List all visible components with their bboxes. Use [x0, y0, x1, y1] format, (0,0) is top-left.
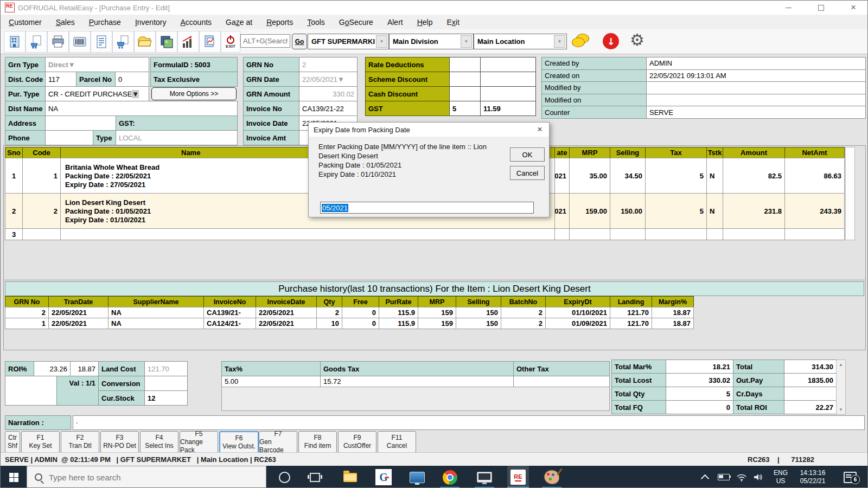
taskbar-search[interactable] — [27, 466, 266, 488]
grid-cell-mrp[interactable] — [569, 228, 610, 240]
history-cell[interactable]: 18.87 — [652, 318, 694, 329]
history-cell[interactable]: CA124/21- — [203, 318, 256, 329]
fkey-f3[interactable]: F3RN-PO Det — [100, 431, 139, 453]
history-cell[interactable]: 0 — [342, 307, 379, 318]
deduction-pct-value[interactable] — [449, 57, 481, 72]
history-cell[interactable]: 22/05/2021 — [256, 318, 317, 329]
grid-cell-tax[interactable]: 5 — [645, 193, 707, 229]
deduction-amt-value[interactable]: 11.59 — [480, 101, 536, 116]
fkey-f9[interactable]: F9CustOffer — [338, 431, 376, 453]
scroll-up-icon[interactable]: ▲ — [837, 362, 845, 367]
history-cell[interactable]: 22/05/2021 — [48, 318, 108, 329]
sales-cart-icon[interactable] — [112, 31, 134, 53]
gear-icon[interactable]: ⚙ — [630, 30, 644, 49]
fkey-f1[interactable]: F1Key Set — [21, 431, 60, 453]
grid-cell-sno[interactable]: 1 — [5, 158, 23, 194]
grid-cell-date_part[interactable] — [554, 228, 570, 240]
cortana-icon[interactable] — [275, 466, 294, 488]
task-view-icon[interactable] — [304, 466, 325, 488]
history-cell[interactable]: NA — [108, 318, 204, 329]
menu-item-exit[interactable]: Exit — [440, 16, 467, 29]
history-cell[interactable]: 18.87 — [652, 307, 694, 318]
history-cell[interactable]: 22/05/2021 — [256, 307, 317, 318]
chrome-icon[interactable] — [439, 466, 461, 488]
fkey-f2[interactable]: F2Tran Dtl — [61, 431, 99, 453]
go-button[interactable]: Go — [292, 34, 307, 49]
grid-cell-tax[interactable] — [645, 228, 707, 240]
company-icon[interactable] — [4, 31, 25, 53]
fkey-f8[interactable]: F8Find item — [298, 431, 337, 453]
grn-type-select[interactable]: Direct▼ — [45, 57, 149, 72]
scroll-down-icon[interactable]: ▼ — [837, 407, 845, 412]
history-cell[interactable]: 10 — [316, 318, 342, 329]
grid-cell-selling[interactable]: 150.00 — [610, 193, 646, 229]
tray-chevron-icon[interactable] — [698, 466, 711, 488]
history-cell[interactable]: NA — [108, 307, 204, 318]
volume-icon[interactable] — [750, 466, 765, 488]
battery-icon[interactable] — [716, 466, 732, 488]
deduction-amt-value[interactable] — [480, 72, 536, 87]
minimize-button[interactable] — [776, 1, 801, 15]
history-cell[interactable]: 159 — [418, 318, 456, 329]
print-icon[interactable] — [47, 31, 69, 53]
grid-cell-code[interactable]: 1 — [22, 158, 61, 194]
grid-cell-tstk[interactable]: N — [706, 158, 723, 194]
history-cell[interactable]: 01/09/2021 — [545, 318, 610, 329]
grid-cell-mrp[interactable]: 159.00 — [569, 193, 610, 229]
grid-cell-tstk[interactable] — [706, 228, 723, 240]
grid-cell-netamt[interactable]: 86.63 — [784, 158, 845, 194]
dist-code-input[interactable]: 117 — [45, 72, 76, 87]
gallery-icon[interactable] — [156, 31, 177, 53]
history-cell[interactable]: 159 — [418, 307, 456, 318]
fkey-f11[interactable]: F11Cancel — [378, 431, 416, 453]
grid-cell-amount[interactable]: 231.8 — [723, 193, 785, 229]
history-cell[interactable]: 115.9 — [379, 318, 418, 329]
invoice-no-input[interactable]: CA139/21-22 — [299, 101, 358, 116]
history-cell[interactable]: 0 — [342, 318, 379, 329]
history-cell[interactable]: 2 — [501, 318, 546, 329]
deduction-amt-value[interactable] — [480, 86, 536, 101]
clock[interactable]: 14:13:16 05/22/21 — [794, 466, 832, 488]
grid-cell-tstk[interactable]: N — [706, 193, 723, 229]
grid-cell-sno[interactable]: 3 — [5, 228, 23, 240]
parcel-no-input[interactable]: 0 — [115, 72, 149, 87]
phone-input[interactable] — [45, 130, 93, 145]
grid-cell-amount[interactable] — [723, 228, 785, 240]
grid-cell-date_part[interactable]: 021 — [554, 158, 570, 194]
history-cell[interactable]: 2 — [316, 307, 342, 318]
grid-cell-selling[interactable]: 34.50 — [610, 158, 646, 194]
fkey-f4[interactable]: F4Select Ins — [140, 431, 178, 453]
pur-type-select[interactable]: CR - CREDIT PURCHASE▼ — [45, 86, 149, 101]
start-button[interactable] — [1, 466, 27, 488]
history-cell[interactable]: 01/10/2021 — [545, 307, 610, 318]
open-folder-icon[interactable] — [134, 31, 156, 53]
grid-cell-netamt[interactable]: 243.39 — [784, 193, 845, 229]
deduction-pct-value[interactable]: 5 — [449, 101, 481, 116]
menu-item-inventory[interactable]: Inventory — [128, 16, 174, 29]
fkey-f6[interactable]: F6View Outst. — [219, 431, 259, 454]
ok-button[interactable]: OK — [510, 147, 545, 162]
grid-cell-amount[interactable]: 82.5 — [723, 158, 785, 194]
file-explorer-icon[interactable] — [339, 466, 361, 488]
fkey-ctr[interactable]: CtrShf — [5, 431, 20, 453]
close-button[interactable]: × — [841, 1, 866, 15]
totals-scrollbar[interactable]: ▲ ▼ — [836, 359, 846, 415]
grid-cell-tax[interactable]: 5 — [645, 158, 707, 194]
company-select[interactable]: GFT SUPERMARKI▼ — [308, 34, 389, 49]
dist-name-input[interactable]: NA — [45, 101, 238, 116]
chat-icon[interactable] — [572, 34, 591, 49]
growth-chart-icon[interactable] — [177, 31, 199, 53]
grid-cell-date_part[interactable]: 021 — [554, 193, 570, 229]
menu-item-alert[interactable]: Alert — [380, 16, 410, 29]
packing-date-input[interactable]: 05/2021 — [320, 202, 534, 214]
report-chart-icon[interactable] — [199, 31, 221, 53]
restore-button[interactable] — [808, 1, 833, 15]
alt-g-search-input[interactable] — [240, 34, 290, 48]
fkey-f7[interactable]: F7Gen Barcode — [259, 431, 297, 453]
purchase-entry-icon[interactable] — [25, 31, 47, 53]
history-cell[interactable]: 121.70 — [610, 318, 652, 329]
deduction-amt-value[interactable] — [480, 57, 536, 72]
invoice-list-icon[interactable] — [91, 31, 112, 53]
grid-cell-mrp[interactable]: 35.00 — [569, 158, 610, 194]
menu-item-purchase[interactable]: Purchase — [82, 16, 128, 29]
